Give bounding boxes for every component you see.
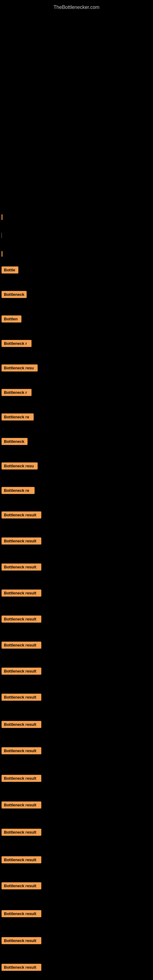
bottleneck-result-label: Bottleneck result — [2, 829, 41, 836]
list-item: Bottleneck result — [2, 616, 41, 623]
bottleneck-result-label: Bottleneck result — [2, 538, 41, 544]
list-item: Bottleneck result — [2, 538, 41, 544]
bottleneck-result-label: Bottleneck result — [2, 856, 41, 863]
separator-line — [2, 233, 2, 238]
bottleneck-result-label: Bottleneck resu — [2, 463, 38, 469]
list-item: Bottleneck — [2, 291, 27, 298]
bottleneck-result-label: Bottleneck result — [2, 616, 41, 623]
bottleneck-result-label: Bottleneck result — [2, 668, 41, 675]
bottleneck-result-label: Bottleneck resu — [2, 364, 38, 371]
list-item: Bottleneck r — [2, 389, 32, 396]
list-item: Bottleneck result — [2, 964, 41, 971]
list-item: Bottleneck resu — [2, 364, 38, 371]
bottleneck-result-label: Bottleneck result — [2, 721, 41, 728]
bottleneck-result-label: Bottleneck result — [2, 775, 41, 782]
bottleneck-result-label: Bottleneck r — [2, 389, 32, 396]
list-item: Bottleneck resu — [2, 463, 38, 469]
bottleneck-result-label: Bottleneck result — [2, 964, 41, 971]
list-item: Bottleneck result — [2, 829, 41, 836]
list-item: Bottleneck result — [2, 856, 41, 863]
list-item: Bottleneck result — [2, 910, 41, 917]
list-item: Bottleneck result — [2, 775, 41, 782]
bottleneck-result-label: Bottleneck result — [2, 511, 41, 519]
list-item: Bottleneck result — [2, 802, 41, 808]
bottleneck-result-label: Bottleneck result — [2, 882, 41, 889]
list-item: Bottleneck result — [2, 747, 41, 754]
bottleneck-result-label: Bottleneck result — [2, 747, 41, 754]
bottleneck-result-label: Bottleneck result — [2, 802, 41, 808]
bottleneck-result-label: Bottlen — [2, 315, 21, 323]
list-item: Bottlen — [2, 315, 21, 323]
site-title: TheBottlenecker.com — [0, 2, 153, 13]
bottleneck-result-label: Bottleneck re — [2, 487, 35, 494]
list-item: Bottleneck result — [2, 937, 41, 944]
bottleneck-result-label: Bottleneck result — [2, 910, 41, 917]
bottleneck-result-label: Bottleneck result — [2, 563, 41, 571]
bottleneck-result-label: Bottle — [2, 266, 18, 274]
list-item: Bottleneck re — [2, 414, 33, 420]
bottleneck-result-label: Bottleneck result — [2, 590, 41, 597]
cursor-indicator — [2, 215, 2, 220]
list-item: Bottleneck result — [2, 882, 41, 889]
list-item: Bottleneck result — [2, 590, 41, 597]
list-item: Bottleneck result — [2, 721, 41, 728]
bottleneck-result-label: Bottleneck result — [2, 694, 41, 701]
bottleneck-result-label: Bottleneck result — [2, 937, 41, 944]
bottleneck-result-label: Bottleneck r — [2, 340, 32, 347]
bottleneck-result-label: Bottleneck — [2, 438, 27, 445]
list-item: Bottleneck — [2, 438, 27, 445]
list-item: Bottleneck result — [2, 511, 41, 519]
bottleneck-result-label: Bottleneck re — [2, 414, 33, 420]
list-item: Bottleneck result — [2, 668, 41, 675]
list-item: Bottleneck result — [2, 563, 41, 571]
list-item: Bottleneck result — [2, 694, 41, 701]
cursor-indicator — [2, 251, 2, 257]
bottleneck-result-label: Bottleneck — [2, 291, 27, 298]
list-item: Bottleneck r — [2, 340, 32, 347]
bottleneck-result-label: Bottleneck result — [2, 641, 41, 649]
list-item: Bottleneck result — [2, 641, 41, 649]
list-item: Bottle — [2, 266, 18, 274]
list-item: Bottleneck re — [2, 487, 35, 494]
